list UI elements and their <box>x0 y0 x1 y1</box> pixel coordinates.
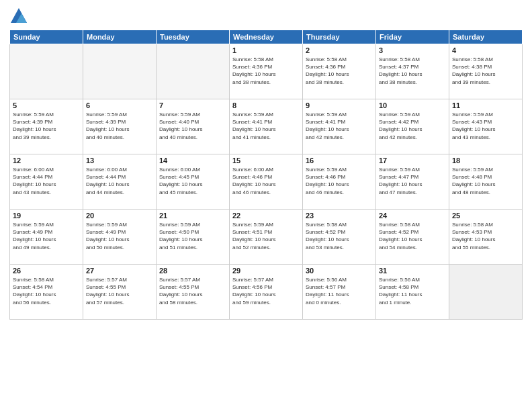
day-cell: 17Sunrise: 5:59 AM Sunset: 4:47 PM Dayli… <box>376 154 449 210</box>
day-cell <box>449 265 523 320</box>
week-row-0: 1Sunrise: 5:58 AM Sunset: 4:36 PM Daylig… <box>10 44 523 99</box>
day-number: 20 <box>86 212 153 220</box>
day-cell <box>157 44 230 99</box>
day-number: 29 <box>232 267 300 275</box>
day-info: Sunrise: 5:59 AM Sunset: 4:49 PM Dayligh… <box>13 221 80 251</box>
day-cell: 9Sunrise: 5:59 AM Sunset: 4:41 PM Daylig… <box>303 99 376 154</box>
day-cell: 23Sunrise: 5:58 AM Sunset: 4:52 PM Dayli… <box>303 210 376 265</box>
col-header-thursday: Thursday <box>303 30 376 44</box>
header <box>9 7 523 26</box>
day-info: Sunrise: 5:59 AM Sunset: 4:41 PM Dayligh… <box>232 111 300 141</box>
day-info: Sunrise: 6:00 AM Sunset: 4:44 PM Dayligh… <box>86 166 153 196</box>
day-cell: 6Sunrise: 5:59 AM Sunset: 4:39 PM Daylig… <box>83 99 157 154</box>
week-row-2: 12Sunrise: 6:00 AM Sunset: 4:44 PM Dayli… <box>10 154 523 210</box>
day-number: 31 <box>379 267 446 275</box>
col-header-monday: Monday <box>83 30 157 44</box>
week-row-1: 5Sunrise: 5:59 AM Sunset: 4:39 PM Daylig… <box>10 99 523 154</box>
day-info: Sunrise: 5:58 AM Sunset: 4:52 PM Dayligh… <box>379 221 446 251</box>
day-cell: 18Sunrise: 5:59 AM Sunset: 4:48 PM Dayli… <box>449 154 523 210</box>
week-row-4: 26Sunrise: 5:58 AM Sunset: 4:54 PM Dayli… <box>10 265 523 320</box>
day-number: 17 <box>379 156 446 165</box>
day-info: Sunrise: 6:00 AM Sunset: 4:45 PM Dayligh… <box>159 166 226 196</box>
day-number: 2 <box>306 46 373 54</box>
day-cell <box>10 44 83 99</box>
day-cell: 2Sunrise: 5:58 AM Sunset: 4:36 PM Daylig… <box>303 44 376 99</box>
logo <box>9 7 31 26</box>
day-info: Sunrise: 5:58 AM Sunset: 4:54 PM Dayligh… <box>13 276 80 306</box>
day-info: Sunrise: 5:58 AM Sunset: 4:38 PM Dayligh… <box>452 56 519 86</box>
col-header-friday: Friday <box>376 30 449 44</box>
day-number: 11 <box>452 101 519 109</box>
day-cell: 4Sunrise: 5:58 AM Sunset: 4:38 PM Daylig… <box>449 44 523 99</box>
day-info: Sunrise: 5:57 AM Sunset: 4:55 PM Dayligh… <box>159 276 226 306</box>
day-number: 3 <box>379 46 446 54</box>
day-cell: 3Sunrise: 5:58 AM Sunset: 4:37 PM Daylig… <box>376 44 449 99</box>
day-number: 23 <box>306 212 373 220</box>
day-info: Sunrise: 5:59 AM Sunset: 4:50 PM Dayligh… <box>159 221 226 251</box>
calendar-container: SundayMondayTuesdayWednesdayThursdayFrid… <box>0 0 532 326</box>
calendar-table: SundayMondayTuesdayWednesdayThursdayFrid… <box>9 30 523 320</box>
day-info: Sunrise: 5:58 AM Sunset: 4:53 PM Dayligh… <box>452 221 519 251</box>
day-number: 7 <box>159 101 226 109</box>
day-cell: 27Sunrise: 5:57 AM Sunset: 4:55 PM Dayli… <box>83 265 157 320</box>
day-info: Sunrise: 5:58 AM Sunset: 4:36 PM Dayligh… <box>232 56 300 86</box>
day-cell: 1Sunrise: 5:58 AM Sunset: 4:36 PM Daylig… <box>230 44 303 99</box>
col-header-saturday: Saturday <box>449 30 523 44</box>
day-number: 8 <box>232 101 300 109</box>
day-number: 19 <box>13 212 80 220</box>
day-number: 30 <box>306 267 373 275</box>
day-cell: 15Sunrise: 6:00 AM Sunset: 4:46 PM Dayli… <box>230 154 303 210</box>
day-info: Sunrise: 5:57 AM Sunset: 4:56 PM Dayligh… <box>232 276 300 306</box>
day-number: 22 <box>232 212 300 220</box>
day-info: Sunrise: 5:59 AM Sunset: 4:49 PM Dayligh… <box>86 221 153 251</box>
day-number: 5 <box>13 101 80 109</box>
day-cell: 12Sunrise: 6:00 AM Sunset: 4:44 PM Dayli… <box>10 154 83 210</box>
col-header-sunday: Sunday <box>10 30 83 44</box>
day-info: Sunrise: 5:58 AM Sunset: 4:52 PM Dayligh… <box>306 221 373 251</box>
day-cell: 31Sunrise: 5:56 AM Sunset: 4:58 PM Dayli… <box>376 265 449 320</box>
day-cell: 24Sunrise: 5:58 AM Sunset: 4:52 PM Dayli… <box>376 210 449 265</box>
day-number: 27 <box>86 267 153 275</box>
col-header-tuesday: Tuesday <box>157 30 230 44</box>
day-number: 14 <box>159 156 226 165</box>
day-info: Sunrise: 5:59 AM Sunset: 4:41 PM Dayligh… <box>306 111 373 141</box>
day-cell: 22Sunrise: 5:59 AM Sunset: 4:51 PM Dayli… <box>230 210 303 265</box>
day-number: 4 <box>452 46 519 54</box>
day-cell: 28Sunrise: 5:57 AM Sunset: 4:55 PM Dayli… <box>157 265 230 320</box>
day-info: Sunrise: 5:56 AM Sunset: 4:58 PM Dayligh… <box>379 276 446 306</box>
day-cell <box>83 44 157 99</box>
day-cell: 20Sunrise: 5:59 AM Sunset: 4:49 PM Dayli… <box>83 210 157 265</box>
day-number: 12 <box>13 156 80 165</box>
day-cell: 16Sunrise: 5:59 AM Sunset: 4:46 PM Dayli… <box>303 154 376 210</box>
day-number: 10 <box>379 101 446 109</box>
day-number: 15 <box>232 156 300 165</box>
day-info: Sunrise: 6:00 AM Sunset: 4:46 PM Dayligh… <box>232 166 300 196</box>
day-cell: 11Sunrise: 5:59 AM Sunset: 4:43 PM Dayli… <box>449 99 523 154</box>
day-number: 24 <box>379 212 446 220</box>
day-cell: 13Sunrise: 6:00 AM Sunset: 4:44 PM Dayli… <box>83 154 157 210</box>
day-cell: 26Sunrise: 5:58 AM Sunset: 4:54 PM Dayli… <box>10 265 83 320</box>
logo-icon <box>9 7 28 26</box>
day-number: 13 <box>86 156 153 165</box>
day-info: Sunrise: 5:58 AM Sunset: 4:37 PM Dayligh… <box>379 56 446 86</box>
day-info: Sunrise: 5:58 AM Sunset: 4:36 PM Dayligh… <box>306 56 373 86</box>
day-number: 9 <box>306 101 373 109</box>
day-number: 1 <box>232 46 300 54</box>
day-cell: 5Sunrise: 5:59 AM Sunset: 4:39 PM Daylig… <box>10 99 83 154</box>
day-number: 26 <box>13 267 80 275</box>
day-info: Sunrise: 5:59 AM Sunset: 4:40 PM Dayligh… <box>159 111 226 141</box>
day-info: Sunrise: 5:59 AM Sunset: 4:48 PM Dayligh… <box>452 166 519 196</box>
day-info: Sunrise: 5:57 AM Sunset: 4:55 PM Dayligh… <box>86 276 153 306</box>
day-info: Sunrise: 5:59 AM Sunset: 4:51 PM Dayligh… <box>232 221 300 251</box>
header-row: SundayMondayTuesdayWednesdayThursdayFrid… <box>10 30 523 44</box>
day-number: 6 <box>86 101 153 109</box>
day-info: Sunrise: 6:00 AM Sunset: 4:44 PM Dayligh… <box>13 166 80 196</box>
day-info: Sunrise: 5:59 AM Sunset: 4:46 PM Dayligh… <box>306 166 373 196</box>
day-info: Sunrise: 5:59 AM Sunset: 4:42 PM Dayligh… <box>379 111 446 141</box>
day-number: 18 <box>452 156 519 165</box>
day-info: Sunrise: 5:59 AM Sunset: 4:47 PM Dayligh… <box>379 166 446 196</box>
day-cell: 7Sunrise: 5:59 AM Sunset: 4:40 PM Daylig… <box>157 99 230 154</box>
day-info: Sunrise: 5:59 AM Sunset: 4:39 PM Dayligh… <box>13 111 80 141</box>
day-cell: 8Sunrise: 5:59 AM Sunset: 4:41 PM Daylig… <box>230 99 303 154</box>
day-cell: 30Sunrise: 5:56 AM Sunset: 4:57 PM Dayli… <box>303 265 376 320</box>
